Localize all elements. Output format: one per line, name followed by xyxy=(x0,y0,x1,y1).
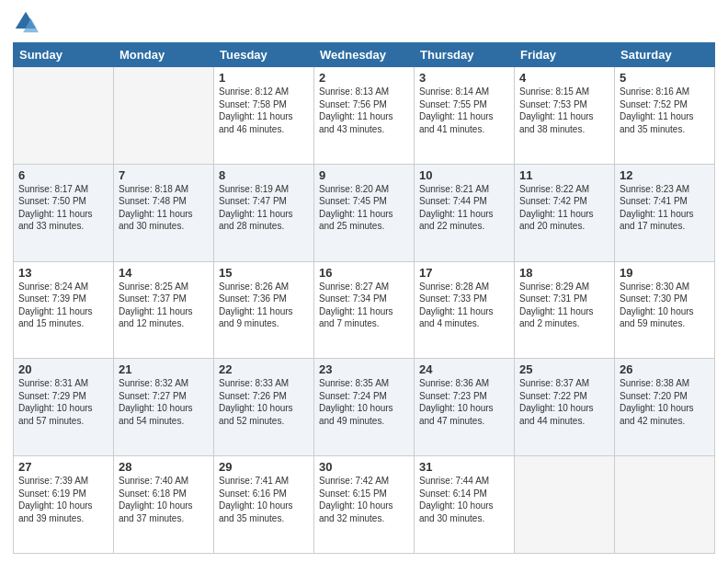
header-thursday: Thursday xyxy=(415,43,515,67)
calendar-cell: 20Sunrise: 8:31 AM Sunset: 7:29 PM Dayli… xyxy=(14,359,114,456)
day-info: Sunrise: 8:13 AM Sunset: 7:56 PM Dayligh… xyxy=(319,86,409,135)
calendar-cell: 12Sunrise: 8:23 AM Sunset: 7:41 PM Dayli… xyxy=(615,164,715,261)
page-container: Sunday Monday Tuesday Wednesday Thursday… xyxy=(0,0,728,563)
day-info: Sunrise: 8:15 AM Sunset: 7:53 PM Dayligh… xyxy=(519,86,609,135)
day-number: 12 xyxy=(620,168,710,182)
day-info: Sunrise: 8:14 AM Sunset: 7:55 PM Dayligh… xyxy=(419,86,509,135)
day-number: 4 xyxy=(519,71,609,85)
day-number: 17 xyxy=(419,266,509,280)
calendar-cell: 4Sunrise: 8:15 AM Sunset: 7:53 PM Daylig… xyxy=(515,67,615,165)
header-wednesday: Wednesday xyxy=(314,43,415,67)
day-number: 28 xyxy=(119,460,209,474)
day-info: Sunrise: 8:12 AM Sunset: 7:58 PM Dayligh… xyxy=(219,86,309,135)
calendar-cell: 16Sunrise: 8:27 AM Sunset: 7:34 PM Dayli… xyxy=(314,261,415,359)
calendar-cell: 2Sunrise: 8:13 AM Sunset: 7:56 PM Daylig… xyxy=(314,67,415,165)
day-info: Sunrise: 8:30 AM Sunset: 7:30 PM Dayligh… xyxy=(620,281,710,330)
day-number: 20 xyxy=(18,362,108,376)
day-info: Sunrise: 8:38 AM Sunset: 7:20 PM Dayligh… xyxy=(620,377,710,427)
calendar-cell: 13Sunrise: 8:24 AM Sunset: 7:39 PM Dayli… xyxy=(14,261,114,359)
calendar-week-row: 6Sunrise: 8:17 AM Sunset: 7:50 PM Daylig… xyxy=(14,164,715,261)
calendar-cell: 24Sunrise: 8:36 AM Sunset: 7:23 PM Dayli… xyxy=(415,359,515,456)
header-tuesday: Tuesday xyxy=(214,43,314,67)
day-info: Sunrise: 8:31 AM Sunset: 7:29 PM Dayligh… xyxy=(18,377,108,427)
day-info: Sunrise: 8:17 AM Sunset: 7:50 PM Dayligh… xyxy=(18,183,108,233)
day-info: Sunrise: 7:39 AM Sunset: 6:19 PM Dayligh… xyxy=(18,475,108,524)
day-info: Sunrise: 8:18 AM Sunset: 7:48 PM Dayligh… xyxy=(119,183,209,233)
calendar-cell xyxy=(14,67,114,165)
calendar-cell xyxy=(615,456,715,554)
calendar-cell: 9Sunrise: 8:20 AM Sunset: 7:45 PM Daylig… xyxy=(314,164,415,261)
day-info: Sunrise: 8:27 AM Sunset: 7:34 PM Dayligh… xyxy=(319,281,409,330)
calendar-cell: 7Sunrise: 8:18 AM Sunset: 7:48 PM Daylig… xyxy=(114,164,214,261)
day-info: Sunrise: 8:23 AM Sunset: 7:41 PM Dayligh… xyxy=(620,183,710,233)
calendar-cell: 8Sunrise: 8:19 AM Sunset: 7:47 PM Daylig… xyxy=(214,164,314,261)
calendar-cell: 31Sunrise: 7:44 AM Sunset: 6:14 PM Dayli… xyxy=(415,456,515,554)
calendar-week-row: 1Sunrise: 8:12 AM Sunset: 7:58 PM Daylig… xyxy=(14,67,715,165)
day-info: Sunrise: 8:33 AM Sunset: 7:26 PM Dayligh… xyxy=(219,377,309,427)
calendar-cell: 10Sunrise: 8:21 AM Sunset: 7:44 PM Dayli… xyxy=(415,164,515,261)
day-number: 18 xyxy=(519,266,609,280)
header-monday: Monday xyxy=(114,43,214,67)
calendar-cell xyxy=(515,456,615,554)
calendar-cell: 1Sunrise: 8:12 AM Sunset: 7:58 PM Daylig… xyxy=(214,67,314,165)
day-number: 11 xyxy=(519,168,609,182)
calendar-cell: 30Sunrise: 7:42 AM Sunset: 6:15 PM Dayli… xyxy=(314,456,415,554)
calendar-header: Sunday Monday Tuesday Wednesday Thursday… xyxy=(14,43,715,67)
day-info: Sunrise: 8:16 AM Sunset: 7:52 PM Dayligh… xyxy=(620,86,710,135)
calendar-cell: 26Sunrise: 8:38 AM Sunset: 7:20 PM Dayli… xyxy=(615,359,715,456)
day-info: Sunrise: 7:44 AM Sunset: 6:14 PM Dayligh… xyxy=(419,475,509,524)
logo xyxy=(13,9,40,35)
calendar-week-row: 27Sunrise: 7:39 AM Sunset: 6:19 PM Dayli… xyxy=(14,456,715,554)
day-info: Sunrise: 8:36 AM Sunset: 7:23 PM Dayligh… xyxy=(419,377,509,427)
day-number: 25 xyxy=(519,362,609,376)
day-info: Sunrise: 7:40 AM Sunset: 6:18 PM Dayligh… xyxy=(119,475,209,524)
day-info: Sunrise: 8:20 AM Sunset: 7:45 PM Dayligh… xyxy=(319,183,409,233)
calendar-cell: 22Sunrise: 8:33 AM Sunset: 7:26 PM Dayli… xyxy=(214,359,314,456)
day-number: 3 xyxy=(419,71,509,85)
day-number: 23 xyxy=(319,362,409,376)
day-number: 14 xyxy=(119,266,209,280)
day-info: Sunrise: 8:35 AM Sunset: 7:24 PM Dayligh… xyxy=(319,377,409,427)
calendar-cell: 27Sunrise: 7:39 AM Sunset: 6:19 PM Dayli… xyxy=(14,456,114,554)
calendar-week-row: 20Sunrise: 8:31 AM Sunset: 7:29 PM Dayli… xyxy=(14,359,715,456)
day-info: Sunrise: 8:19 AM Sunset: 7:47 PM Dayligh… xyxy=(219,183,309,233)
weekday-header-row: Sunday Monday Tuesday Wednesday Thursday… xyxy=(14,43,715,67)
calendar-cell: 23Sunrise: 8:35 AM Sunset: 7:24 PM Dayli… xyxy=(314,359,415,456)
day-number: 16 xyxy=(319,266,409,280)
day-number: 9 xyxy=(319,168,409,182)
calendar-cell: 15Sunrise: 8:26 AM Sunset: 7:36 PM Dayli… xyxy=(214,261,314,359)
calendar-week-row: 13Sunrise: 8:24 AM Sunset: 7:39 PM Dayli… xyxy=(14,261,715,359)
calendar-cell: 6Sunrise: 8:17 AM Sunset: 7:50 PM Daylig… xyxy=(14,164,114,261)
header-saturday: Saturday xyxy=(615,43,715,67)
day-number: 30 xyxy=(319,460,409,474)
calendar-cell: 28Sunrise: 7:40 AM Sunset: 6:18 PM Dayli… xyxy=(114,456,214,554)
day-number: 27 xyxy=(18,460,108,474)
calendar-cell: 5Sunrise: 8:16 AM Sunset: 7:52 PM Daylig… xyxy=(615,67,715,165)
calendar: Sunday Monday Tuesday Wednesday Thursday… xyxy=(13,42,715,554)
day-number: 7 xyxy=(119,168,209,182)
day-info: Sunrise: 8:21 AM Sunset: 7:44 PM Dayligh… xyxy=(419,183,509,233)
day-number: 2 xyxy=(319,71,409,85)
day-number: 24 xyxy=(419,362,509,376)
calendar-cell: 3Sunrise: 8:14 AM Sunset: 7:55 PM Daylig… xyxy=(415,67,515,165)
calendar-cell: 11Sunrise: 8:22 AM Sunset: 7:42 PM Dayli… xyxy=(515,164,615,261)
day-info: Sunrise: 8:37 AM Sunset: 7:22 PM Dayligh… xyxy=(519,377,609,427)
calendar-cell: 19Sunrise: 8:30 AM Sunset: 7:30 PM Dayli… xyxy=(615,261,715,359)
day-info: Sunrise: 8:22 AM Sunset: 7:42 PM Dayligh… xyxy=(519,183,609,233)
day-info: Sunrise: 8:25 AM Sunset: 7:37 PM Dayligh… xyxy=(119,281,209,330)
calendar-cell xyxy=(114,67,214,165)
header-sunday: Sunday xyxy=(14,43,114,67)
calendar-cell: 14Sunrise: 8:25 AM Sunset: 7:37 PM Dayli… xyxy=(114,261,214,359)
day-info: Sunrise: 8:29 AM Sunset: 7:31 PM Dayligh… xyxy=(519,281,609,330)
day-info: Sunrise: 8:32 AM Sunset: 7:27 PM Dayligh… xyxy=(119,377,209,427)
logo-icon xyxy=(13,9,39,35)
day-info: Sunrise: 7:42 AM Sunset: 6:15 PM Dayligh… xyxy=(319,475,409,524)
calendar-cell: 18Sunrise: 8:29 AM Sunset: 7:31 PM Dayli… xyxy=(515,261,615,359)
calendar-cell: 17Sunrise: 8:28 AM Sunset: 7:33 PM Dayli… xyxy=(415,261,515,359)
header xyxy=(13,9,715,35)
day-number: 15 xyxy=(219,266,309,280)
day-info: Sunrise: 8:24 AM Sunset: 7:39 PM Dayligh… xyxy=(18,281,108,330)
day-info: Sunrise: 7:41 AM Sunset: 6:16 PM Dayligh… xyxy=(219,475,309,524)
day-number: 8 xyxy=(219,168,309,182)
day-number: 13 xyxy=(18,266,108,280)
